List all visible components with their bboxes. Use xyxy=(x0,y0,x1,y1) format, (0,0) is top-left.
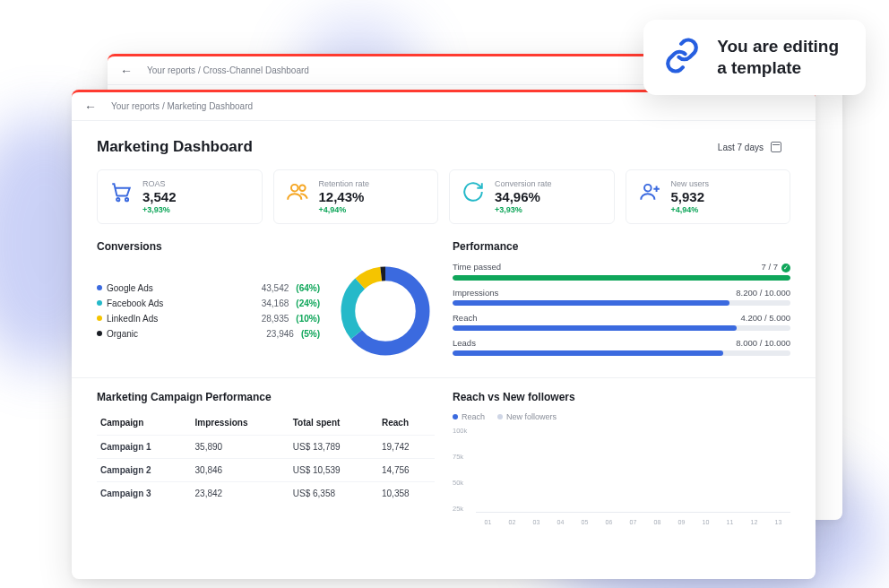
kpi-card-user-plus[interactable]: New users 5,932 +4,94% xyxy=(626,169,791,224)
perf-value: 8.200 / 10.000 xyxy=(736,288,790,298)
breadcrumb[interactable]: Your reports / Marketing Dashboard xyxy=(111,101,253,111)
conv-pct: (24%) xyxy=(296,298,320,308)
window-marketing-dashboard: ← Your reports / Marketing Dashboard Mar… xyxy=(72,90,816,579)
svg-point-3 xyxy=(299,185,306,191)
dot-icon xyxy=(453,414,458,419)
conv-name: Organic xyxy=(107,329,178,339)
conv-pct: (5%) xyxy=(301,329,320,339)
panel-performance: Performance Time passed7 / 7 Impressions… xyxy=(453,240,790,363)
progress-bar xyxy=(453,275,790,281)
perf-value: 4.200 / 5.000 xyxy=(741,313,790,323)
kpi-card-cart[interactable]: ROAS 3,542 +3,93% xyxy=(97,169,263,224)
date-range-picker[interactable]: Last 7 days xyxy=(709,137,790,157)
progress-bar xyxy=(453,300,790,306)
panel-conversions: Conversions Google Ads 43,542 (64%) Face… xyxy=(97,240,435,363)
col-header[interactable]: Total spent xyxy=(289,412,378,436)
performance-title: Performance xyxy=(453,240,790,253)
svg-point-4 xyxy=(644,185,652,192)
table-row[interactable]: Campaign 135,890US$ 13,78919,742 xyxy=(97,435,435,458)
conv-name: Facebook Ads xyxy=(107,298,178,308)
back-arrow-icon[interactable]: ← xyxy=(120,64,133,78)
kpi-value: 12,43% xyxy=(319,190,427,205)
col-header[interactable]: Impressions xyxy=(192,412,289,436)
toast-text: You are editing a template xyxy=(717,36,839,79)
perf-item: Leads8.000 / 10.000 xyxy=(453,338,790,356)
perf-label: Impressions xyxy=(453,288,498,298)
table-row[interactable]: Campaign 230,846US$ 10,53914,756 xyxy=(97,458,435,481)
chart-legend: ReachNew followers xyxy=(453,412,790,421)
svg-point-2 xyxy=(290,185,298,192)
date-range-label: Last 7 days xyxy=(718,143,764,152)
conv-value: 34,168 xyxy=(262,298,289,308)
kpi-label: ROAS xyxy=(142,179,251,188)
users-icon xyxy=(285,179,310,204)
perf-value: 8.000 / 10.000 xyxy=(736,338,790,348)
kpi-value: 5,932 xyxy=(671,190,780,205)
kpi-label: Conversion rate xyxy=(495,179,603,188)
legend-item[interactable]: New followers xyxy=(497,412,557,421)
divider xyxy=(72,377,816,378)
legend-item[interactable]: Reach xyxy=(453,412,485,421)
conversions-list: Google Ads 43,542 (64%) Facebook Ads 34,… xyxy=(97,281,320,342)
dot-icon xyxy=(497,414,503,419)
cart-icon xyxy=(108,179,134,204)
campaign-table-title: Marketing Campaign Performance xyxy=(97,391,435,403)
kpi-delta: +4,94% xyxy=(319,205,427,214)
page-title: Marketing Dashboard xyxy=(97,138,253,156)
user-plus-icon xyxy=(637,179,662,204)
conversion-item[interactable]: Organic 23,946 (5%) xyxy=(97,326,320,342)
col-header[interactable]: Reach xyxy=(378,412,435,436)
kpi-delta: +3,93% xyxy=(142,205,251,214)
topbar: ← Your reports / Marketing Dashboard xyxy=(72,92,816,121)
kpi-row: ROAS 3,542 +3,93% Retention rate 12,43% … xyxy=(97,169,790,224)
dot-icon xyxy=(97,300,102,306)
perf-item: Impressions8.200 / 10.000 xyxy=(453,288,790,306)
kpi-value: 34,96% xyxy=(495,190,603,205)
campaign-table: CampaignImpressionsTotal spentReach Camp… xyxy=(97,412,435,505)
conversion-item[interactable]: Facebook Ads 34,168 (24%) xyxy=(97,296,320,311)
calendar-icon xyxy=(771,142,781,152)
conv-name: LinkedIn Ads xyxy=(107,314,178,324)
progress-bar xyxy=(453,325,790,331)
kpi-label: New users xyxy=(671,179,780,188)
kpi-delta: +4,94% xyxy=(671,205,780,214)
panel-campaign-table: Marketing Campaign Performance CampaignI… xyxy=(97,391,435,525)
dot-icon xyxy=(97,331,102,336)
kpi-value: 3,542 xyxy=(142,190,251,205)
perf-label: Time passed xyxy=(453,262,501,272)
perf-label: Reach xyxy=(453,313,477,323)
perf-value: 7 / 7 xyxy=(762,262,791,272)
breadcrumb-back[interactable]: Your reports / Cross-Channel Dashboard xyxy=(147,65,309,75)
col-header[interactable]: Campaign xyxy=(97,412,192,436)
conversion-item[interactable]: LinkedIn Ads 28,935 (10%) xyxy=(97,311,320,326)
conv-value: 43,542 xyxy=(262,283,289,293)
chart-area: 100k75k50k25k 01020304050607080910111213 xyxy=(453,427,790,525)
dot-icon xyxy=(97,316,102,321)
back-arrow-icon[interactable]: ← xyxy=(84,99,97,114)
perf-item: Time passed7 / 7 xyxy=(453,262,790,281)
editing-template-toast: You are editing a template xyxy=(643,20,866,95)
perf-label: Leads xyxy=(453,338,476,348)
conv-value: 23,946 xyxy=(266,329,294,339)
conv-pct: (64%) xyxy=(296,283,320,293)
dot-icon xyxy=(97,285,102,290)
conv-pct: (10%) xyxy=(296,314,320,324)
kpi-label: Retention rate xyxy=(319,179,427,188)
table-row[interactable]: Campaign 323,842US$ 6,35810,358 xyxy=(97,481,435,505)
kpi-card-refresh[interactable]: Conversion rate 34,96% +3,93% xyxy=(449,169,615,224)
conversions-donut xyxy=(336,262,435,360)
conv-name: Google Ads xyxy=(107,283,178,293)
conversions-title: Conversions xyxy=(97,240,435,253)
kpi-delta: +3,93% xyxy=(495,205,603,214)
refresh-icon xyxy=(461,179,486,204)
kpi-card-users[interactable]: Retention rate 12,43% +4,94% xyxy=(273,169,439,224)
chart-title: Reach vs New followers xyxy=(453,391,790,403)
svg-point-1 xyxy=(125,198,128,201)
progress-bar xyxy=(453,350,790,356)
perf-item: Reach4.200 / 5.000 xyxy=(453,313,790,331)
conv-value: 28,935 xyxy=(262,314,289,324)
conversion-item[interactable]: Google Ads 43,542 (64%) xyxy=(97,281,320,296)
panel-reach-chart: Reach vs New followers ReachNew follower… xyxy=(453,391,790,525)
link-icon xyxy=(663,37,701,78)
svg-point-0 xyxy=(117,198,119,201)
